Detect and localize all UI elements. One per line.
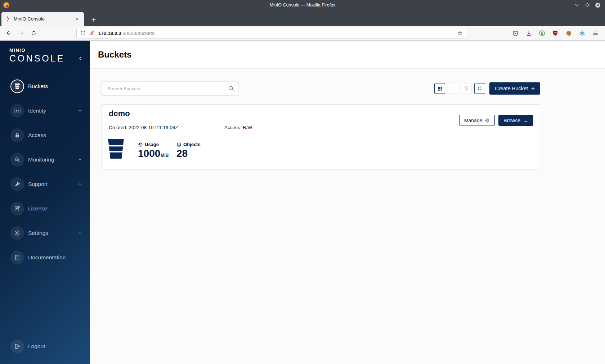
- window-titlebar: MinIO Console — Mozilla Firefox: [0, 0, 605, 10]
- chevron-up-icon[interactable]: [78, 182, 82, 186]
- tab-title: MinIO Console: [14, 16, 74, 22]
- refresh-buckets-button[interactable]: [474, 83, 485, 94]
- ublock-origin-icon[interactable]: UO: [551, 29, 559, 37]
- grid-view-toggle-button[interactable]: [434, 83, 445, 94]
- logout-label: Logout: [28, 343, 45, 350]
- delete-selected-buckets-button: [461, 83, 472, 94]
- sidebar: MINIO CONSOLE Buckets: [0, 41, 90, 364]
- magnifier-icon: [10, 153, 24, 167]
- pocket-icon[interactable]: [511, 29, 519, 37]
- new-tab-button[interactable]: +: [89, 16, 98, 23]
- reload-button[interactable]: [28, 28, 39, 38]
- sidebar-item-label: Access: [28, 132, 46, 138]
- bucket-card-demo[interactable]: demo Created: 2022-08-10T11:19:06Z Acces…: [101, 104, 540, 169]
- bucket-objects-metric: Objects 28: [176, 142, 201, 159]
- objects-icon: [176, 142, 182, 147]
- bucket-access: Access: R/W: [224, 125, 252, 130]
- gear-icon: [485, 118, 490, 123]
- search-buckets-input[interactable]: [101, 81, 239, 96]
- bucket-icon: [107, 139, 125, 159]
- replication-arrows-icon: [450, 86, 456, 91]
- svg-text:UO: UO: [554, 32, 557, 34]
- url-path: :30503/buckets: [121, 31, 154, 36]
- delete-bucket-icon: [464, 86, 469, 91]
- bucket-usage-metric: Usage 1000MiB: [138, 142, 169, 159]
- usage-value: 1000: [138, 148, 160, 159]
- usage-label: Usage: [145, 142, 159, 147]
- sidebar-item-label: Monitoring: [28, 156, 54, 163]
- window-maximize-icon[interactable]: [584, 2, 590, 8]
- chevron-up-icon[interactable]: [78, 158, 82, 162]
- manage-bucket-button[interactable]: Manage: [459, 115, 495, 126]
- search-icon: [228, 85, 234, 92]
- set-replication-button: [448, 83, 458, 94]
- sidebar-item-settings[interactable]: Settings: [0, 221, 90, 245]
- chevron-up-icon[interactable]: [78, 231, 82, 235]
- gear-icon: [10, 226, 24, 240]
- logout-icon: [10, 340, 24, 353]
- menu-hamburger-icon[interactable]: [591, 29, 599, 37]
- usage-pie-icon: [138, 142, 143, 147]
- browser-navbar: 172.18.0.3:30503/buckets UO: [0, 26, 605, 41]
- bookmark-star-icon[interactable]: [457, 30, 463, 36]
- refresh-icon: [477, 86, 483, 91]
- page-header: Buckets: [90, 41, 605, 69]
- sidebar-item-label: Documentation: [28, 254, 66, 261]
- tracking-shield-icon[interactable]: [80, 30, 86, 36]
- main-area: Buckets: [90, 41, 605, 364]
- downloads-icon[interactable]: [525, 29, 533, 37]
- minio-flamingo-favicon-icon: [5, 16, 10, 22]
- sidebar-item-buckets[interactable]: Buckets: [0, 74, 90, 99]
- browse-label: Browse: [503, 118, 520, 123]
- grid-icon: [437, 86, 443, 91]
- tab-close-icon[interactable]: ×: [74, 15, 80, 22]
- sidebar-item-identity[interactable]: Identity: [0, 99, 90, 123]
- bucket-icon: [10, 79, 24, 93]
- browse-bucket-button[interactable]: Browse →: [498, 115, 533, 126]
- bucket-created: Created: 2022-08-10T11:19:06Z: [109, 125, 178, 130]
- page-title: Buckets: [98, 50, 131, 60]
- url-bar[interactable]: 172.18.0.3:30503/buckets: [76, 28, 467, 38]
- window-minimize-icon[interactable]: [574, 2, 580, 8]
- url-host: 172.18.0.3: [98, 31, 121, 36]
- license-doc-icon: [10, 202, 24, 215]
- create-bucket-label: Create Bucket: [495, 86, 528, 91]
- privacy-badger-icon[interactable]: [538, 29, 546, 37]
- back-button[interactable]: [4, 28, 14, 38]
- sidebar-collapse-icon[interactable]: [76, 54, 84, 62]
- sidebar-nav: Buckets Identity: [0, 74, 90, 270]
- tab-minio-console[interactable]: MinIO Console ×: [1, 12, 84, 26]
- create-bucket-button[interactable]: Create Bucket +: [489, 82, 540, 95]
- plus-icon: +: [531, 86, 535, 92]
- buckets-controls-row: Create Bucket +: [101, 81, 540, 96]
- sidebar-item-label: Buckets: [28, 83, 48, 90]
- objects-value: 28: [176, 148, 201, 159]
- forward-button[interactable]: [16, 28, 27, 38]
- sidebar-item-access[interactable]: Access: [0, 123, 90, 147]
- window-close-icon[interactable]: [595, 2, 601, 8]
- manage-label: Manage: [464, 118, 483, 123]
- book-icon: [10, 251, 24, 264]
- cookie-icon[interactable]: [565, 29, 573, 37]
- sidebar-item-label: Identity: [28, 108, 46, 114]
- sidebar-item-license[interactable]: License: [0, 196, 90, 221]
- insecure-lock-icon[interactable]: [89, 30, 95, 36]
- sidebar-item-monitoring[interactable]: Monitoring: [0, 147, 90, 172]
- sidebar-item-label: Support: [28, 181, 48, 187]
- lock-icon: [10, 128, 24, 142]
- sidebar-item-label: License: [28, 205, 47, 212]
- bucket-name[interactable]: demo: [109, 109, 130, 118]
- chevron-up-icon[interactable]: [78, 109, 82, 113]
- card-divider: [109, 136, 533, 136]
- url-text: 172.18.0.3:30503/buckets: [98, 31, 154, 36]
- window-title: MinIO Console — Mozilla Firefox: [0, 3, 605, 8]
- sidebar-item-logout[interactable]: Logout: [0, 334, 90, 359]
- logo-minio-text: MINIO: [9, 47, 90, 53]
- wrench-icon: [10, 177, 24, 191]
- sidebar-item-documentation[interactable]: Documentation: [0, 245, 90, 270]
- extension-asterisk-icon[interactable]: [578, 29, 586, 37]
- identity-card-icon: [10, 104, 24, 118]
- sidebar-item-support[interactable]: Support: [0, 172, 90, 196]
- sidebar-item-label: Settings: [28, 230, 48, 236]
- tab-bar: MinIO Console × +: [0, 10, 605, 26]
